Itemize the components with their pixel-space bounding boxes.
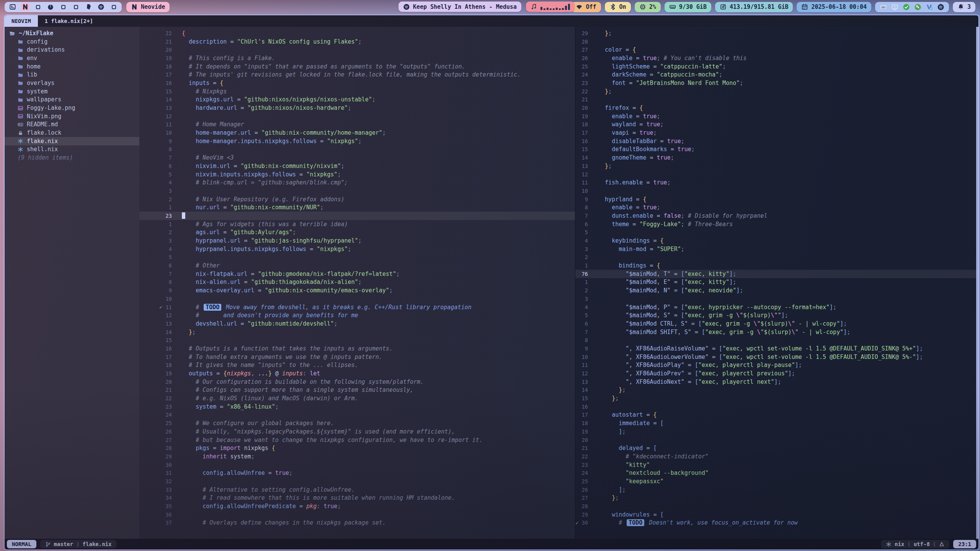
code-line[interactable]: 17 autostart = { [575,411,978,419]
code-line[interactable]: 13 ", XF86AudioNext" = ["exec, playerctl… [575,378,978,386]
code-line[interactable]: 23 [139,212,575,220]
code-line[interactable]: 16 # Outputs is a function that takes th… [139,344,575,353]
code-line[interactable]: 21 delayed = [ [575,444,978,452]
code-line[interactable]: 37 # Overlays define changes in the nixp… [139,519,575,527]
code-line[interactable]: 1 bindings = { [575,261,978,270]
code-line[interactable]: 13 }; [575,162,978,170]
code-line[interactable]: 11 fish.enable = true; [575,178,978,187]
code-line[interactable]: 4 hyprpanel.inputs.nixpkgs.follows = "ni… [139,245,575,253]
code-line[interactable]: 5 [575,228,978,237]
workspace-8[interactable] [97,3,105,11]
code-line[interactable]: 9 emacs-overlay.url = "github:nix-commun… [139,286,575,295]
code-line[interactable]: 24 [139,411,575,419]
code-line[interactable]: 9 ", XF86AudioRaiseVolume" = ["exec, wpc… [575,344,978,353]
code-line[interactable]: 24 "nextcloud --background" [575,469,978,477]
code-line[interactable]: 13 devshell.url = "github:numtide/devshe… [139,320,575,328]
code-line[interactable]: 22 # "kdeconnect-indicator" [575,452,978,461]
code-line[interactable]: 13 hardware.url = "github:nixos/nixos-ha… [139,104,575,112]
code-line[interactable]: 7 dunst.enable = false; # Disable for hy… [575,212,978,220]
code-line[interactable]: 14 gnomeTheme = true; [575,153,978,162]
code-line[interactable]: 17 vaapi = true; [575,129,978,137]
code-line[interactable]: 31 config.allowUnfree = true; [139,469,575,477]
code-line[interactable]: 18 # It gives the name "inputs" to the .… [139,361,575,370]
code-line[interactable]: 12 # and doesn't provide any benefits fo… [139,311,575,320]
tree-item-system[interactable]: system [5,87,139,96]
code-line[interactable]: 24 darkScheme = "catppuccin-mocha"; [575,70,978,79]
code-line[interactable]: 8 nix-alien.url = "github:thiagokokada/n… [139,278,575,287]
tree-root[interactable]: ~/NixFlake [5,29,139,37]
code-line[interactable]: 19 enable = true; [575,112,978,121]
code-line[interactable]: 28 [575,502,978,510]
code-line[interactable]: 21 [575,96,978,104]
code-line[interactable]: 15 [139,336,575,344]
code-line[interactable]: 5 nixvim.inputs.nixpkgs.follows = "nixpk… [139,170,575,179]
memory-pill[interactable]: 9/30 GiB [665,2,711,12]
code-line[interactable]: 20 firefox = { [575,104,978,112]
workspace-7[interactable] [84,3,93,11]
code-line[interactable]: 3 [139,187,575,195]
code-line[interactable]: 20 [139,46,575,54]
code-line[interactable]: 22 # e.g. NixOS (linux) and MacOS (darwi… [139,394,575,403]
tree-item-flake.nix[interactable]: flake.nix [5,137,139,145]
tree-item-config[interactable]: config [5,37,139,46]
tree-item-shell.nix[interactable]: shell.nix [5,145,139,154]
workspace-6[interactable] [72,3,80,11]
code-line[interactable]: 15 defaultBookmarks = true; [575,145,978,154]
tree-item-env[interactable]: env [5,54,139,62]
disk-pill[interactable]: 413.19/915.81 GiB [715,2,793,12]
workspace-2-active[interactable] [21,3,29,11]
scrollbar[interactable] [976,27,978,539]
code-line[interactable]: 2 # Nix User Repository (e.g. Firefox ad… [139,195,575,204]
code-line[interactable]: 17 # The inputs' git revisions get locke… [139,70,575,79]
code-line[interactable]: 4 keybindings = { [575,236,978,245]
tree-item-home[interactable]: home [5,62,139,71]
workspace-3[interactable] [34,3,42,11]
code-line[interactable]: 2 "$mainMod, N" = ["exec, neovide"]; [575,286,978,295]
code-line[interactable]: 14 }; [575,386,978,395]
code-line[interactable]: 23 "kitty" [575,461,978,469]
code-line[interactable]: 3 [575,295,978,303]
code-line[interactable]: 26 ]; [575,486,978,494]
code-line[interactable]: 20 [575,436,978,444]
code-line[interactable]: 28 [575,37,978,46]
code-line[interactable]: 16 inputs = { [139,79,575,87]
code-line[interactable]: 17 # To handle extra arguments we use th… [139,353,575,361]
media-player-pill[interactable]: Keep Shelly In Athens - Medusa [399,2,521,12]
code-line[interactable]: 6 "$mainMod CTRL, S" = ["exec, grim -g \… [575,320,978,328]
code-line[interactable]: ✓30 # TODO Doesn't work, use focus_on_ac… [575,519,978,527]
code-line[interactable]: 10 home-manager.url = "github:nix-commun… [139,129,575,137]
code-line[interactable]: 27 # but because we want to change the n… [139,436,575,444]
code-line[interactable]: 35 config.allowUnfreePredicate = pkg: tr… [139,502,575,510]
code-line[interactable]: 20 # Our configuration is buildable on t… [139,378,575,386]
code-line[interactable]: 11 # Home Manager [139,121,575,129]
code-line[interactable]: 7 nix-flatpak.url = "github:gmodena/nix-… [139,270,575,278]
code-line[interactable]: 19 # This config is a Flake. [139,54,575,62]
code-line[interactable]: 8 enable = true; [575,203,978,212]
code-line[interactable]: 29 }; [575,29,978,37]
code-line[interactable]: 18 immediate = [ [575,419,978,427]
active-window-pill[interactable]: Neovide [126,2,170,12]
code-line[interactable]: 3 hyprpanel.url = "github:jas-singhfsu/h… [139,236,575,245]
code-line[interactable]: 10 ", XF86AudioLowerVolume" = ["exec, wp… [575,353,978,361]
workspace-5[interactable] [59,3,67,11]
code-line[interactable]: 15 }; [575,394,978,403]
code-line[interactable]: 25 # We configure our global packages he… [139,419,575,427]
code-line[interactable]: 10 [139,295,575,303]
code-line[interactable]: 19 outputs = {nixpkgs, ...} @ inputs: le… [139,369,575,378]
editor-pane-right[interactable]: 29 };2827 color = {26 enable = true; # Y… [575,27,978,539]
code-line[interactable]: 18 wayland = true; [575,121,978,129]
code-line[interactable]: 34 # I read somewhere that this is more … [139,494,575,502]
code-line[interactable]: 14 }; [139,328,575,336]
code-line[interactable]: 6 # Other [139,261,575,270]
code-line[interactable]: 5 [139,253,575,262]
code-line[interactable]: 1 # Ags for widgets (this was a terrible… [139,220,575,228]
code-line[interactable]: 12 [139,112,575,121]
code-line[interactable]: 76 "$mainMod, T" = ["exec, kitty"]; [575,270,978,278]
code-line[interactable]: 27 }; [575,494,978,502]
code-line[interactable]: 8 [575,336,978,344]
tree-item-nixvim.png[interactable]: NixVim.png [5,112,139,121]
code-line[interactable]: 7 # NeoVim <3 [139,153,575,162]
code-line[interactable]: 2 ags.url = "github:Aylur/ags"; [139,228,575,237]
code-line[interactable]: 1 "$mainMod, E" = ["exec, kitty"]; [575,278,978,287]
code-line[interactable]: 22{ [139,29,575,37]
